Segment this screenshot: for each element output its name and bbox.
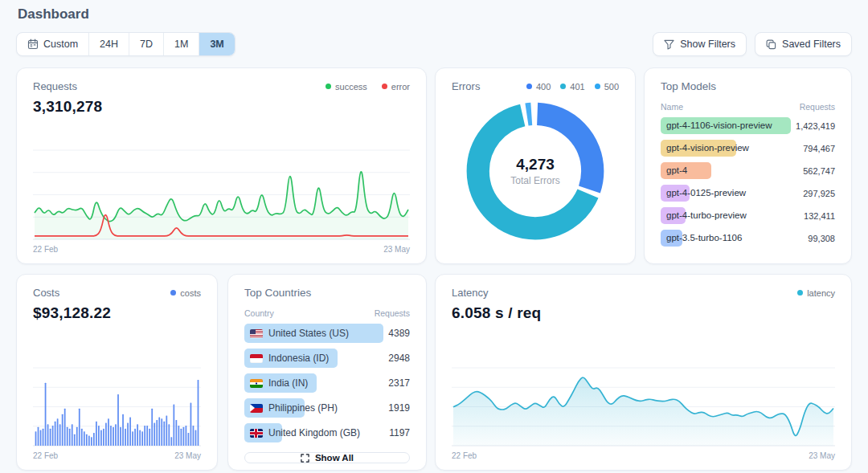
- model-row[interactable]: gpt-4-vision-preview 794,467: [661, 140, 835, 157]
- legend-label: success: [335, 82, 367, 92]
- saved-filters-button[interactable]: Saved Filters: [755, 32, 852, 56]
- country-row[interactable]: Indonesia (ID) 2948: [244, 349, 410, 368]
- total-errors-value: 4,273: [516, 156, 555, 173]
- legend-item: 500: [595, 82, 619, 92]
- model-name: gpt-4-turbo-preview: [661, 210, 747, 220]
- saved-filters-label: Saved Filters: [782, 39, 841, 50]
- models-requests-column-header: Requests: [800, 102, 835, 112]
- x-axis-end-label: 23 May: [809, 451, 835, 460]
- legend-label: 500: [604, 82, 619, 92]
- country-requests-column-header: Requests: [375, 308, 410, 318]
- top-countries-title: Top Countries: [244, 287, 311, 299]
- toolbar-filters: Show Filters Saved Filters: [653, 32, 852, 56]
- costs-legend: costs: [170, 288, 201, 298]
- costs-card: Costs costs $93,128.22 22 Feb 23 May: [16, 274, 218, 471]
- costs-bar-chart[interactable]: [33, 365, 201, 447]
- show-all-label: Show All: [315, 453, 354, 463]
- model-rows: gpt-4-1106-vision-preview 1,423,419 gpt-…: [661, 112, 835, 247]
- model-request-count: 297,925: [803, 189, 835, 198]
- requests-card-title: Requests: [33, 80, 77, 92]
- country-row[interactable]: India (IN) 2317: [244, 373, 410, 393]
- dashboard-page: Dashboard Custom 24H 7D 1M 3M Show Filte…: [0, 0, 868, 473]
- legend-label: 401: [570, 82, 584, 92]
- requests-legend: successerror: [326, 82, 410, 92]
- top-countries-card: Top Countries Country Requests United St…: [227, 274, 427, 471]
- calendar-icon: [27, 39, 39, 50]
- model-row[interactable]: gpt-4 562,747: [661, 162, 835, 179]
- show-all-button[interactable]: Show All: [244, 452, 410, 463]
- time-range-option-custom[interactable]: Custom: [17, 33, 89, 55]
- top-models-title: Top Models: [661, 80, 716, 92]
- model-request-count: 99,308: [808, 234, 835, 243]
- legend-label: latency: [807, 288, 835, 298]
- show-filters-label: Show Filters: [680, 39, 735, 50]
- legend-item: latency: [797, 288, 835, 298]
- country-flag-icon: [250, 329, 263, 338]
- show-filters-button[interactable]: Show Filters: [653, 32, 747, 56]
- top-models-header: Name Requests: [661, 102, 835, 112]
- legend-item: error: [382, 82, 410, 92]
- country-name: United Kingdom (GB): [268, 427, 360, 438]
- cards-row-1: Requests successerror 3,310,278 22 Feb 2…: [16, 67, 852, 264]
- legend-dot-icon: [560, 84, 566, 89]
- model-row[interactable]: gpt-4-0125-preview 297,925: [661, 185, 835, 202]
- country-column-header: Country: [244, 308, 274, 318]
- errors-card: Errors 400401500 4,273 Total Errors: [435, 67, 636, 264]
- costs-total-value: $93,128.22: [33, 304, 201, 322]
- legend-item: success: [326, 82, 367, 92]
- latency-card-title: Latency: [452, 287, 489, 299]
- page-title: Dashboard: [18, 6, 852, 22]
- latency-value: 6.058 s / req: [452, 304, 835, 322]
- x-axis-end-label: 23 May: [174, 451, 201, 460]
- country-name: Indonesia (ID): [268, 353, 329, 364]
- country-request-count: 2317: [388, 377, 410, 389]
- legend-item: 400: [526, 82, 551, 92]
- time-range-option-7d[interactable]: 7D: [129, 33, 164, 55]
- legend-item: costs: [170, 288, 201, 298]
- requests-card: Requests successerror 3,310,278 22 Feb 2…: [16, 67, 427, 264]
- country-name: India (IN): [268, 377, 308, 389]
- funnel-icon: [664, 39, 674, 50]
- legend-label: costs: [180, 288, 201, 298]
- time-range-option-1m[interactable]: 1M: [164, 33, 199, 55]
- costs-x-axis: 22 Feb 23 May: [33, 451, 201, 460]
- model-name: gpt-4-vision-preview: [661, 143, 749, 153]
- cards-row-2: Costs costs $93,128.22 22 Feb 23 May Top…: [16, 274, 852, 471]
- model-row[interactable]: gpt-4-1106-vision-preview 1,423,419: [661, 117, 835, 134]
- country-request-count: 1919: [388, 402, 410, 414]
- models-name-column-header: Name: [661, 102, 683, 112]
- x-axis-start-label: 22 Feb: [33, 451, 58, 460]
- x-axis-start-label: 22 Feb: [33, 245, 58, 254]
- model-row[interactable]: gpt-4-turbo-preview 132,411: [661, 207, 835, 224]
- legend-item: 401: [560, 82, 584, 92]
- time-range-option-label: 3M: [210, 39, 223, 50]
- legend-dot-icon: [595, 84, 600, 89]
- legend-dot-icon: [326, 84, 331, 89]
- model-row[interactable]: gpt-3.5-turbo-1106 99,308: [661, 230, 835, 247]
- country-row[interactable]: United Kingdom (GB) 1197: [244, 423, 410, 442]
- country-row[interactable]: Philippines (PH) 1919: [244, 398, 410, 418]
- model-name: gpt-3.5-turbo-1106: [661, 233, 742, 243]
- legend-dot-icon: [526, 84, 532, 89]
- country-rows: United States (US) 4389 Indonesia (ID) 2…: [244, 318, 410, 442]
- errors-donut-center: 4,273 Total Errors: [466, 102, 604, 240]
- model-request-count: 132,411: [804, 211, 835, 221]
- latency-line-chart[interactable]: [452, 365, 835, 447]
- requests-line-chart[interactable]: [33, 148, 410, 241]
- model-name: gpt-4: [661, 165, 687, 175]
- latency-card: Latency latency 6.058 s / req 22 Feb 23 …: [435, 274, 852, 471]
- country-flag-icon: [250, 404, 263, 413]
- errors-donut-chart[interactable]: 4,273 Total Errors: [466, 102, 604, 240]
- model-request-count: 1,423,419: [796, 121, 835, 131]
- country-row[interactable]: United States (US) 4389: [244, 324, 410, 343]
- country-name: Philippines (PH): [268, 402, 338, 414]
- country-request-count: 2948: [388, 353, 410, 364]
- legend-dot-icon: [797, 290, 803, 296]
- latency-x-axis: 22 Feb 23 May: [452, 451, 835, 460]
- legend-dot-icon: [170, 290, 176, 296]
- time-range-option-24h[interactable]: 24H: [89, 33, 129, 55]
- model-request-count: 562,747: [803, 166, 835, 176]
- country-name: United States (US): [268, 328, 349, 339]
- time-range-option-3m[interactable]: 3M: [199, 33, 234, 55]
- time-range-selector: Custom 24H 7D 1M 3M: [16, 32, 235, 56]
